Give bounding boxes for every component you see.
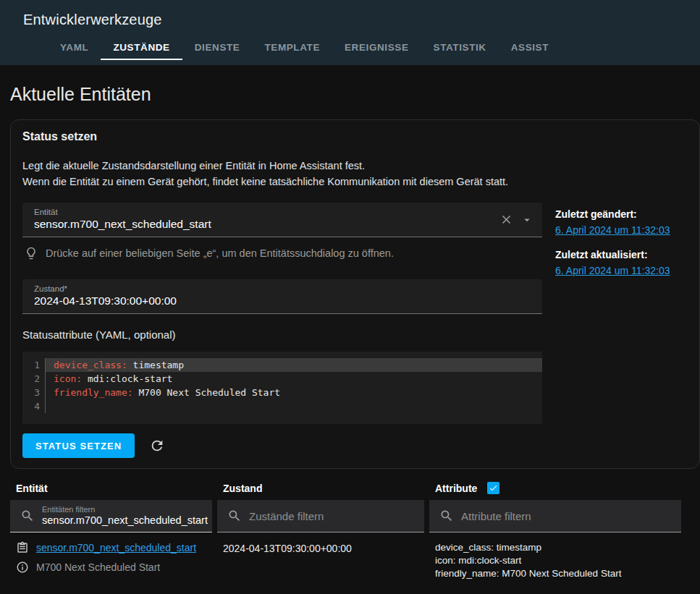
entity-friendly-name: M700 Next Scheduled Start <box>36 561 160 573</box>
entity-picker-label: Entität <box>34 208 492 216</box>
line-number: 1 <box>22 358 46 372</box>
page-title: Aktuelle Entitäten <box>10 84 700 105</box>
entity-picker-value[interactable]: sensor.m700_next_scheduled_start <box>34 218 492 231</box>
chevron-down-icon[interactable] <box>520 213 534 226</box>
copy-clipboard-icon[interactable] <box>16 541 29 554</box>
entity-search-hint: Drücke auf einer beliebigen Seite „e“, u… <box>24 246 542 260</box>
attributes-filter-input[interactable]: Attribute filtern <box>429 500 681 533</box>
state-filter-placeholder: Zustände filtern <box>249 510 324 522</box>
set-state-button[interactable]: STATUS SETZEN <box>22 433 135 458</box>
attribute-line: icon: mdi:clock-start <box>435 554 681 567</box>
yaml-line[interactable]: 2 icon: mdi:clock-start <box>22 372 542 386</box>
state-field-value[interactable]: 2024-04-13T09:30:00+00:00 <box>34 294 492 307</box>
last-changed-info: Zuletzt geändert: 6. April 2024 um 11:32… <box>555 203 670 462</box>
yaml-key: device_class: <box>54 360 127 370</box>
tab-template[interactable]: TEMPLATE <box>252 35 332 60</box>
entity-cell: sensor.m700_next_scheduled_start M700 Ne… <box>10 541 212 580</box>
line-number: 3 <box>22 386 46 399</box>
lightbulb-icon <box>24 246 38 260</box>
entity-picker-field[interactable]: Entität sensor.m700_next_scheduled_start <box>22 203 542 237</box>
tab-dienste[interactable]: DIENSTE <box>182 35 253 60</box>
yaml-editor[interactable]: 1 device_class: timestamp 2 icon: mdi:cl… <box>22 352 542 424</box>
yaml-value: M700 Next Scheduled Start <box>133 387 281 398</box>
check-icon <box>489 483 498 493</box>
entity-filter-value[interactable]: sensor.m700_next_scheduled_start <box>42 514 208 527</box>
refresh-icon[interactable] <box>149 438 165 454</box>
info-icon[interactable] <box>16 561 29 574</box>
last-changed-link[interactable]: 6. April 2024 um 11:32:03 <box>555 224 670 236</box>
search-icon <box>20 509 35 523</box>
tab-bar: YAML ZUSTÄNDE DIENSTE TEMPLATE EREIGNISS… <box>0 35 700 60</box>
attributes-visibility-checkbox[interactable] <box>487 482 499 494</box>
state-filter-input[interactable]: Zustände filtern <box>217 500 424 533</box>
tab-assist[interactable]: ASSIST <box>499 35 561 60</box>
yaml-key: icon: <box>54 373 82 384</box>
tab-statistik[interactable]: STATISTIK <box>421 35 499 60</box>
yaml-line[interactable]: 3 friendly_name: M700 Next Scheduled Sta… <box>22 386 542 399</box>
app-title: Entwicklerwerkzeuge <box>0 0 700 28</box>
last-updated-label: Zuletzt aktualisiert: <box>555 249 670 260</box>
set-state-card: Status setzen Legt die aktuelle Zustands… <box>10 119 700 469</box>
entities-table: Entität Zustand Attribute Entitäten filt… <box>10 478 681 580</box>
state-field-label: Zustand* <box>34 284 492 293</box>
attributes-filter-placeholder: Attribute filtern <box>461 510 531 522</box>
search-icon <box>227 509 242 523</box>
attribute-line: device_class: timestamp <box>435 541 681 554</box>
column-header-attributes: Attribute <box>429 478 681 500</box>
state-field[interactable]: Zustand* 2024-04-13T09:30:00+00:00 <box>22 279 542 314</box>
attributes-editor-label: Statusattribute (YAML, optional) <box>22 328 542 341</box>
attribute-line: friendly_name: M700 Next Scheduled Start <box>435 567 681 580</box>
entity-id-link[interactable]: sensor.m700_next_scheduled_start <box>36 542 196 553</box>
tab-ereignisse[interactable]: EREIGNISSE <box>332 35 421 60</box>
line-number: 2 <box>22 372 46 386</box>
clear-entity-icon[interactable] <box>499 213 513 226</box>
attributes-cell: device_class: timestamp icon: mdi:clock-… <box>429 541 681 580</box>
table-row: sensor.m700_next_scheduled_start M700 Ne… <box>10 533 681 580</box>
entity-search-hint-text: Drücke auf einer beliebigen Seite „e“, u… <box>46 247 394 259</box>
card-description-line1: Legt die aktuelle Zustandsdarstellung ei… <box>22 158 688 174</box>
search-icon <box>439 509 454 523</box>
card-title: Status setzen <box>22 130 688 143</box>
entity-filter-label: Entitäten filtern <box>42 505 208 514</box>
yaml-line[interactable]: 4 <box>22 399 542 413</box>
card-description-line2: Wenn die Entität zu einem Gerät gehört, … <box>22 174 688 190</box>
yaml-value: mdi:clock-start <box>82 373 172 384</box>
yaml-line[interactable]: 1 device_class: timestamp <box>22 358 542 372</box>
entity-filter-input[interactable]: Entitäten filtern sensor.m700_next_sched… <box>10 500 212 533</box>
column-header-state[interactable]: Zustand <box>217 478 424 500</box>
tab-yaml[interactable]: YAML <box>48 35 101 60</box>
attributes-header-label: Attribute <box>435 483 477 494</box>
state-cell: 2024-04-13T09:30:00+00:00 <box>217 541 424 580</box>
app-header: Entwicklerwerkzeuge YAML ZUSTÄNDE DIENST… <box>0 0 700 65</box>
tab-zustaende[interactable]: ZUSTÄNDE <box>101 35 182 60</box>
last-updated-link[interactable]: 6. April 2024 um 11:32:03 <box>555 265 670 276</box>
card-description: Legt die aktuelle Zustandsdarstellung ei… <box>22 158 688 190</box>
line-number: 4 <box>22 399 46 413</box>
yaml-value: timestamp <box>127 360 184 370</box>
last-changed-label: Zuletzt geändert: <box>555 208 670 220</box>
column-header-entity[interactable]: Entität <box>10 478 212 500</box>
yaml-key: friendly_name: <box>54 387 133 398</box>
